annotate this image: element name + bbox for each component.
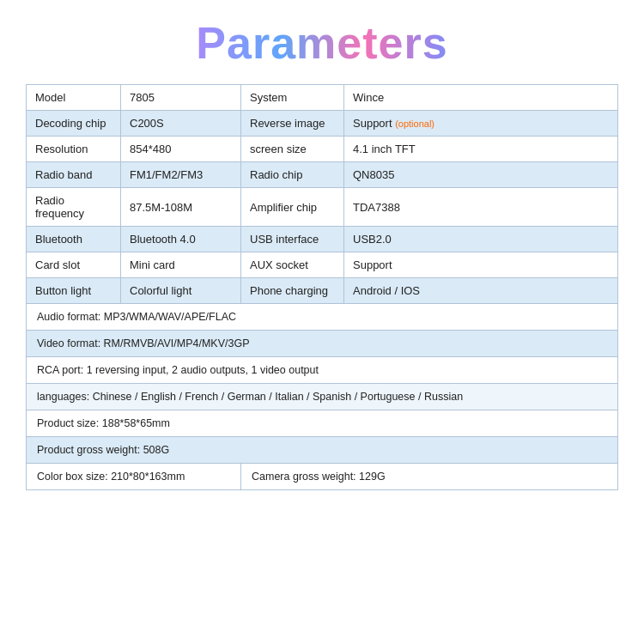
param-value: QN8035 bbox=[344, 162, 618, 188]
param-value: Support (optional) bbox=[344, 111, 618, 137]
info-row: Audio format: MP3/WMA/WAV/APE/FLAC bbox=[27, 304, 618, 331]
param-label: Model bbox=[27, 85, 121, 111]
param-value: Bluetooth 4.0 bbox=[121, 227, 241, 252]
table-row: Radio frequency87.5M-108MAmplifier chipT… bbox=[27, 188, 618, 227]
param-label: Bluetooth bbox=[27, 227, 121, 252]
table-row: Resolution854*480screen size4.1 inch TFT bbox=[27, 137, 618, 162]
color-box-size: Color box size: 210*80*163mm bbox=[27, 464, 241, 490]
optional-badge: (optional) bbox=[395, 118, 434, 129]
page-title: Parameters bbox=[196, 18, 447, 68]
param-value: Android / IOS bbox=[344, 278, 618, 304]
table-row: Model7805SystemWince bbox=[27, 85, 618, 111]
param-label: Reverse image bbox=[241, 111, 344, 137]
param-label: Button light bbox=[27, 278, 121, 304]
param-value: Support bbox=[344, 252, 618, 278]
param-value: Wince bbox=[344, 85, 618, 111]
param-label: Amplifier chip bbox=[241, 188, 344, 227]
info-row: Product gross weight: 508G bbox=[27, 437, 618, 464]
camera-weight: Camera gross weight: 129G bbox=[241, 464, 618, 490]
param-label: Radio band bbox=[27, 162, 121, 188]
param-label: Phone charging bbox=[241, 278, 344, 304]
param-value: USB2.0 bbox=[344, 227, 618, 252]
info-text: Audio format: MP3/WMA/WAV/APE/FLAC bbox=[27, 304, 618, 331]
param-value: Colorful light bbox=[121, 278, 241, 304]
info-row: Product size: 188*58*65mm bbox=[27, 410, 618, 437]
table-row: Card slotMini cardAUX socketSupport bbox=[27, 252, 618, 278]
param-label: USB interface bbox=[241, 227, 344, 252]
param-label: Decoding chip bbox=[27, 111, 121, 137]
table-row: Button lightColorful lightPhone charging… bbox=[27, 278, 618, 304]
info-row: RCA port: 1 reversing input, 2 audio out… bbox=[27, 357, 618, 384]
param-label: Radio frequency bbox=[27, 188, 121, 227]
page-wrapper: Parameters Model7805SystemWinceDecoding … bbox=[0, 0, 644, 507]
param-label: Card slot bbox=[27, 252, 121, 278]
param-value: TDA7388 bbox=[344, 188, 618, 227]
info-text: Product gross weight: 508G bbox=[27, 437, 618, 464]
param-value: 854*480 bbox=[121, 137, 241, 162]
info-text: RCA port: 1 reversing input, 2 audio out… bbox=[27, 357, 618, 384]
param-value: 87.5M-108M bbox=[121, 188, 241, 227]
param-label: AUX socket bbox=[241, 252, 344, 278]
param-value: 4.1 inch TFT bbox=[344, 137, 618, 162]
info-row: Video format: RM/RMVB/AVI/MP4/MKV/3GP bbox=[27, 331, 618, 357]
last-info-row: Color box size: 210*80*163mmCamera gross… bbox=[27, 464, 618, 490]
param-label: Resolution bbox=[27, 137, 121, 162]
param-value: 7805 bbox=[121, 85, 241, 111]
param-value: C200S bbox=[121, 111, 241, 137]
param-label: System bbox=[241, 85, 344, 111]
table-row: BluetoothBluetooth 4.0USB interfaceUSB2.… bbox=[27, 227, 618, 252]
param-value: FM1/FM2/FM3 bbox=[121, 162, 241, 188]
table-row: Decoding chipC200SReverse imageSupport (… bbox=[27, 111, 618, 137]
info-row: languages: Chinese / English / French / … bbox=[27, 384, 618, 410]
table-row: Radio bandFM1/FM2/FM3Radio chipQN8035 bbox=[27, 162, 618, 188]
parameters-table: Model7805SystemWinceDecoding chipC200SRe… bbox=[26, 84, 618, 490]
info-text: Video format: RM/RMVB/AVI/MP4/MKV/3GP bbox=[27, 331, 618, 357]
param-label: Radio chip bbox=[241, 162, 344, 188]
param-label: screen size bbox=[241, 137, 344, 162]
info-text: Product size: 188*58*65mm bbox=[27, 410, 618, 437]
info-text: languages: Chinese / English / French / … bbox=[27, 384, 618, 410]
title-section: Parameters bbox=[0, 9, 644, 84]
param-value: Mini card bbox=[121, 252, 241, 278]
